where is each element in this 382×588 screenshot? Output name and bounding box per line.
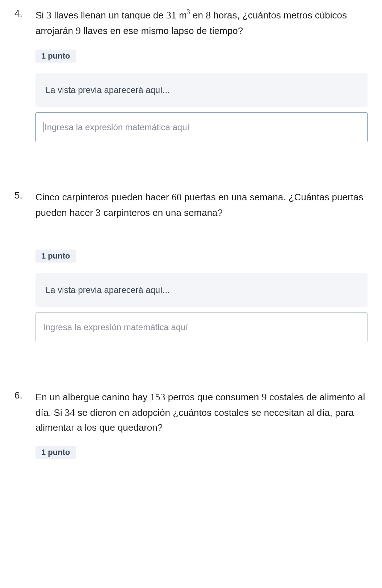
math-number: 9 [262,391,267,402]
question-6: 6. En un albergue canino hay 153 perros … [14,389,368,470]
points-badge: 1 punto [35,50,76,63]
math-input[interactable]: Ingresa la expresión matemática aquí [35,112,368,142]
question-text: Cinco carpinteros pueden hacer 60 puerta… [35,189,368,221]
question-text: En un albergue canino hay 153 perros que… [35,389,368,435]
points-badge: 1 punto [35,250,76,263]
math-number: 9 [76,25,81,36]
math-number: 31 [166,9,176,21]
math-number: 34 [65,407,75,418]
question-5: 5. Cinco carpinteros pueden hacer 60 pue… [14,189,368,342]
preview-box: La vista previa aparecerá aquí... [35,73,368,107]
question-number: 6. [14,389,35,470]
question-content: En un albergue canino hay 153 perros que… [35,389,368,470]
question-4: 4. Si 3 llaves llenan un tanque de 31 m3… [14,7,368,142]
question-content: Si 3 llaves llenan un tanque de 31 m3 en… [35,7,368,142]
question-number: 5. [14,189,35,342]
input-placeholder: Ingresa la expresión matemática aquí [45,122,189,132]
preview-box: La vista previa aparecerá aquí... [35,273,368,307]
points-badge: 1 punto [35,446,76,459]
math-number: 8 [206,9,211,21]
question-content: Cinco carpinteros pueden hacer 60 puerta… [35,189,368,342]
text-cursor-icon [43,122,43,132]
question-text: Si 3 llaves llenan un tanque de 31 m3 en… [35,7,368,39]
math-input[interactable]: Ingresa la expresión matemática aquí [35,312,368,342]
input-placeholder: Ingresa la expresión matemática aquí [43,322,188,332]
math-number: 60 [172,191,182,203]
math-number: 3 [46,9,51,21]
superscript: 3 [187,8,190,16]
question-number: 4. [14,7,35,142]
math-number: 3 [96,207,101,218]
math-number: 153 [150,391,165,402]
